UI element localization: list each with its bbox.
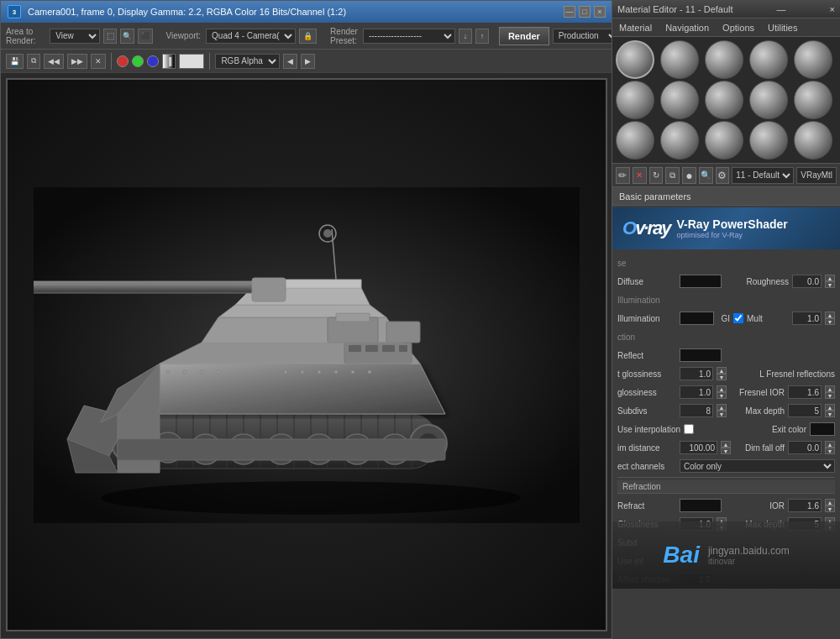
- dim-falloff-spinner[interactable]: ▲ ▼: [825, 441, 835, 454]
- dd-up[interactable]: ▲: [721, 441, 731, 448]
- fi-up[interactable]: ▲: [825, 385, 835, 392]
- area-btn1[interactable]: ⬚: [103, 29, 117, 44]
- mat-ball-13[interactable]: [705, 121, 743, 160]
- channel-prev-btn[interactable]: ◀: [283, 54, 297, 69]
- dd-down[interactable]: ▼: [721, 448, 731, 454]
- gi-checkbox[interactable]: [733, 313, 743, 323]
- lock-btn[interactable]: 🔒: [299, 29, 317, 44]
- mat-ball-4[interactable]: [749, 40, 788, 79]
- diffuse-color[interactable]: [680, 275, 722, 288]
- viewport-select[interactable]: Quad 4 - Camera(: [206, 29, 296, 44]
- preset-btn2[interactable]: ↑: [475, 29, 489, 44]
- subdivs-input[interactable]: [680, 404, 713, 417]
- area-select[interactable]: View: [50, 29, 100, 44]
- mat-ball-2[interactable]: [660, 40, 699, 79]
- channel-next-btn[interactable]: ▶: [301, 54, 315, 69]
- fi-down[interactable]: ▼: [825, 392, 835, 399]
- blue-channel-btn[interactable]: [147, 55, 159, 67]
- mat-ball-12[interactable]: [660, 121, 699, 160]
- menu-options[interactable]: Options: [716, 18, 761, 36]
- max-depth-input[interactable]: [788, 404, 822, 417]
- production-select[interactable]: Production: [553, 29, 620, 44]
- mat-ball-10[interactable]: [794, 81, 832, 119]
- fresnel-ior-input[interactable]: [788, 385, 822, 399]
- menu-material[interactable]: Material: [612, 18, 659, 36]
- mat-ball-9[interactable]: [749, 81, 788, 119]
- illumination-color[interactable]: [680, 312, 714, 325]
- material-name-select[interactable]: 11 - Default: [732, 167, 794, 184]
- render-button[interactable]: Render: [499, 27, 549, 45]
- sub-down[interactable]: ▼: [717, 411, 727, 417]
- glossiness2-input[interactable]: [680, 385, 713, 399]
- mult-spinner[interactable]: ▲ ▼: [825, 312, 835, 325]
- mat-ball-6[interactable]: [616, 81, 654, 119]
- sphere-btn[interactable]: ●: [682, 167, 696, 184]
- next-btn[interactable]: ▶▶: [67, 54, 87, 69]
- mat-ball-1[interactable]: [616, 40, 654, 79]
- subdivs-spinner[interactable]: ▲ ▼: [717, 404, 727, 417]
- glossiness1-input[interactable]: [680, 367, 713, 380]
- roughness-input[interactable]: [792, 275, 822, 288]
- material-editor-close-btn[interactable]: ×: [830, 4, 835, 14]
- refract-color[interactable]: [680, 499, 722, 512]
- options-btn[interactable]: ⚙: [716, 167, 730, 184]
- roughness-spinner[interactable]: ▲ ▼: [825, 275, 835, 288]
- g2-up[interactable]: ▲: [717, 385, 727, 392]
- green-channel-btn[interactable]: [132, 55, 144, 67]
- glossiness2-spinner[interactable]: ▲ ▼: [717, 385, 727, 399]
- glossiness1-spinner[interactable]: ▲ ▼: [717, 367, 727, 380]
- prev-btn[interactable]: ◀◀: [44, 54, 64, 69]
- area-btn3[interactable]: ⬛: [138, 29, 152, 44]
- ior-spinner[interactable]: ▲ ▼: [825, 499, 835, 512]
- color-swatch[interactable]: [179, 54, 204, 69]
- save-btn[interactable]: 💾: [6, 54, 24, 69]
- ior-up[interactable]: ▲: [825, 499, 835, 505]
- red-channel-btn[interactable]: [117, 55, 129, 67]
- window-controls[interactable]: — □ ×: [564, 6, 606, 18]
- mat-ball-7[interactable]: [660, 81, 699, 119]
- df-up[interactable]: ▲: [825, 441, 835, 448]
- use-interp-checkbox[interactable]: [684, 424, 694, 434]
- ior-down[interactable]: ▼: [825, 505, 835, 512]
- mat-ball-14[interactable]: [749, 121, 788, 160]
- dim-dist-input[interactable]: [680, 441, 717, 454]
- sub-up[interactable]: ▲: [717, 404, 727, 411]
- ior-input[interactable]: [788, 499, 822, 512]
- reflect-color[interactable]: [680, 348, 722, 362]
- dim-dist-spinner[interactable]: ▲ ▼: [721, 441, 731, 454]
- exit-color-swatch[interactable]: [810, 422, 835, 436]
- close-btn[interactable]: ×: [594, 6, 606, 18]
- g2-down[interactable]: ▼: [717, 392, 727, 399]
- mult-input[interactable]: [792, 312, 822, 325]
- minimize-btn[interactable]: —: [564, 6, 575, 18]
- md-down[interactable]: ▼: [825, 411, 835, 417]
- preset-btn1[interactable]: ↓: [459, 29, 472, 44]
- md-up[interactable]: ▲: [825, 404, 835, 411]
- max-depth-spinner[interactable]: ▲ ▼: [825, 404, 835, 417]
- copy-mat-btn[interactable]: ⧉: [665, 167, 680, 184]
- refraction-section-header[interactable]: Refraction: [617, 480, 835, 494]
- mat-ball-15[interactable]: [794, 121, 832, 160]
- mult-down[interactable]: ▼: [825, 318, 835, 325]
- basic-params-header[interactable]: Basic parameters: [612, 187, 840, 206]
- mult-up[interactable]: ▲: [825, 312, 835, 318]
- refresh-btn[interactable]: ↻: [649, 167, 664, 184]
- area-btn2[interactable]: 🔍: [120, 29, 134, 44]
- menu-navigation[interactable]: Navigation: [659, 18, 716, 36]
- menu-utilities[interactable]: Utilities: [761, 18, 804, 36]
- copy-btn[interactable]: ⧉: [27, 54, 40, 69]
- maximize-btn[interactable]: □: [579, 6, 591, 18]
- roughness-down[interactable]: ▼: [825, 281, 835, 288]
- pencil-btn[interactable]: ✏: [616, 167, 630, 184]
- roughness-up[interactable]: ▲: [825, 275, 835, 281]
- df-down[interactable]: ▼: [825, 448, 835, 454]
- mat-ball-3[interactable]: [705, 40, 743, 79]
- close-render-btn[interactable]: ✕: [91, 54, 106, 69]
- fresnel-ior-spinner[interactable]: ▲ ▼: [825, 385, 835, 399]
- g1-up[interactable]: ▲: [717, 367, 727, 374]
- channel-select[interactable]: RGB Alpha: [215, 54, 280, 69]
- g1-down[interactable]: ▼: [717, 374, 727, 380]
- x-btn[interactable]: ✕: [633, 167, 647, 184]
- preset-select[interactable]: -------------------: [363, 29, 455, 44]
- mat-ball-8[interactable]: [705, 81, 743, 119]
